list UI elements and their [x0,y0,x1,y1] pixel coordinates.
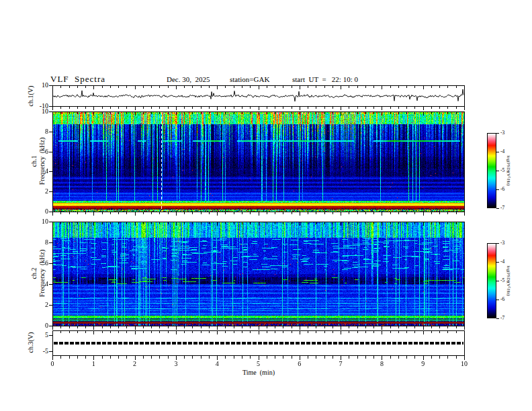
x-tick [300,212,300,216]
x-tick [143,212,144,214]
x-tick [184,107,185,109]
x-tick [77,86,78,88]
x-tick [225,212,226,214]
x-tick [341,212,341,216]
x-tick [250,326,251,328]
x-tick [93,222,94,226]
colorbar-tick [496,318,499,319]
x-tick [250,331,251,333]
x-tick [292,331,292,333]
y-tick-label: 10 [32,218,48,225]
x-tick [225,331,226,333]
x-tick [439,356,440,359]
x-tick [159,112,160,114]
x-tick [192,107,193,109]
x-tick [102,356,103,359]
x-tick [259,222,259,226]
x-tick [192,212,193,214]
x-tick [292,356,292,359]
x-tick [60,331,61,333]
x-tick [135,212,136,216]
x-tick [382,222,382,226]
x-tick [447,326,448,328]
x-tick [85,212,86,214]
x-tick [110,112,111,114]
x-tick [398,326,399,328]
x-tick [60,86,61,88]
x-tick [349,112,349,114]
x-tick [382,212,382,216]
x-tick [184,212,185,214]
x-tick [126,356,127,359]
x-tick [373,212,374,214]
x-tick [242,222,242,224]
x-tick [242,107,242,109]
x-tick [225,222,226,224]
x-tick [283,112,283,114]
x-tick [209,356,210,359]
x-tick [439,222,440,224]
x-tick [184,86,185,88]
x-tick [390,86,391,88]
x-tick [300,86,300,89]
x-tick [439,212,440,214]
y-tick-label: 8 [32,239,48,246]
x-tick [398,112,399,114]
x-tick [439,112,440,114]
x-tick [143,222,144,224]
colorbar-tick [496,189,499,190]
x-tick [110,107,111,109]
x-tick [201,356,202,359]
x-tick [234,326,234,328]
x-tick [192,356,193,359]
x-tick [110,356,111,359]
x-tick [93,212,94,216]
x-tick [349,222,349,224]
colorbar-tick-label: -4 [500,149,504,154]
x-tick [341,222,341,226]
x-tick [431,331,432,333]
x-tick [159,331,160,333]
x-tick [431,222,432,224]
x-tick [234,331,234,333]
x-tick [324,86,325,88]
x-tick [118,331,119,333]
x-tick [390,356,391,359]
x-tick [93,112,94,116]
x-tick [126,222,127,224]
x-tick [464,112,465,116]
y-tick [49,171,52,172]
y-tick-label: 0 [32,322,48,329]
x-tick [300,331,300,334]
x-tick [382,326,382,330]
x-tick [456,112,457,114]
x-tick [85,222,86,224]
x-tick [77,107,78,109]
x-tick [168,331,169,333]
x-tick [308,107,308,109]
x-tick [283,326,283,328]
x-tick-label: 1 [92,361,95,367]
x-tick [192,222,193,224]
x-tick [60,326,61,328]
x-tick [85,107,86,109]
x-tick [217,331,218,334]
ch2-spec-channel-label: ch.2 [31,268,38,279]
x-tick [341,86,341,89]
x-tick [357,212,358,214]
x-tick [77,356,78,359]
x-tick [234,356,234,359]
x-tick [52,107,53,110]
ch1-spectrogram-canvas [53,112,464,212]
x-tick [406,212,407,214]
x-tick-label: 6 [298,361,301,367]
x-tick [414,112,415,114]
colorbar-tick [496,281,499,281]
x-tick [357,356,358,359]
x-tick [118,86,119,88]
x-tick [184,356,185,359]
x-tick [217,326,218,330]
y-tick-label: 4 [32,168,48,175]
x-tick [234,86,234,88]
x-tick [406,326,407,328]
